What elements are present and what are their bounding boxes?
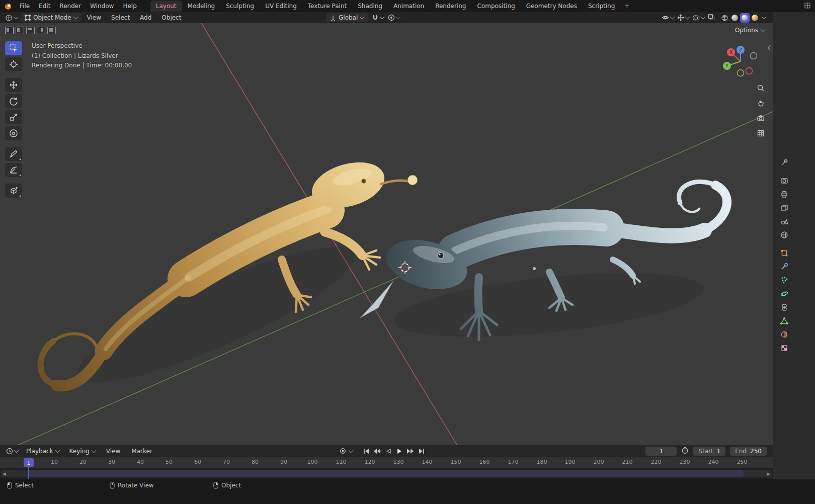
tool-measure[interactable] — [5, 163, 22, 177]
workspace-tab-scripting[interactable]: Scripting — [583, 1, 620, 12]
gizmo-negative-axis[interactable] — [751, 53, 757, 59]
viewport-3d-scene[interactable] — [0, 23, 773, 445]
workspace-tab-sculpting[interactable]: Sculpting — [220, 1, 260, 12]
menu-timeline-marker[interactable]: Marker — [127, 446, 156, 456]
scroll-right-icon[interactable]: ▶ — [767, 471, 770, 476]
properties-tab-physics[interactable] — [778, 288, 791, 299]
menu-view[interactable]: View — [83, 13, 106, 23]
playback-dropdown[interactable]: Playback — [22, 447, 63, 456]
timeline-ruler[interactable]: 10 20 30 40 50 60 70 80 90 100 110 120 1… — [0, 457, 773, 468]
tool-move[interactable] — [5, 78, 22, 92]
end-frame-field[interactable]: End 250 — [730, 447, 767, 456]
proportional-editing-toggle[interactable] — [388, 14, 400, 21]
tool-select-box[interactable] — [5, 41, 22, 55]
workspace-tab-layout[interactable]: Layout — [150, 1, 182, 12]
current-frame-field[interactable]: 1 — [645, 447, 677, 456]
sidebar-toggle-arrow[interactable] — [767, 44, 772, 53]
properties-tab-scene[interactable] — [778, 216, 791, 227]
gold-lizard-model[interactable] — [40, 154, 418, 404]
menu-file[interactable]: File — [15, 1, 34, 11]
shading-solid-button[interactable] — [730, 13, 740, 23]
workspace-tab-animation[interactable]: Animation — [388, 1, 430, 12]
menu-window[interactable]: Window — [86, 1, 118, 11]
tool-cursor[interactable] — [5, 57, 22, 71]
workspace-tab-texture-paint[interactable]: Texture Paint — [302, 1, 352, 12]
silver-lizard-model[interactable] — [360, 182, 727, 349]
gizmo-negative-x[interactable] — [746, 68, 753, 74]
workspace-tab-rendering[interactable]: Rendering — [430, 1, 471, 12]
menu-edit[interactable]: Edit — [34, 1, 55, 11]
menu-object[interactable]: Object — [157, 13, 186, 23]
tool-rotate[interactable] — [5, 94, 22, 108]
properties-tab-object-data[interactable] — [778, 315, 791, 326]
options-dropdown[interactable]: Options — [735, 27, 765, 34]
editor-layout-icon-2[interactable] — [16, 27, 24, 34]
previous-keyframe-button[interactable] — [372, 447, 382, 455]
properties-tab-modifiers[interactable] — [778, 261, 791, 272]
workspace-tab-modeling[interactable]: Modeling — [182, 1, 221, 12]
use-preview-range-icon[interactable] — [681, 447, 689, 456]
3d-viewport[interactable]: User Perspective (1) Collection | Lizard… — [0, 23, 773, 445]
jump-to-start-button[interactable] — [361, 447, 371, 455]
properties-tab-tool[interactable] — [778, 157, 791, 168]
properties-tab-texture[interactable] — [778, 343, 791, 354]
jump-to-end-button[interactable] — [417, 447, 426, 455]
properties-tab-render[interactable] — [778, 175, 791, 186]
workspace-tab-shading[interactable]: Shading — [352, 1, 388, 12]
add-workspace-button[interactable]: + — [620, 2, 633, 11]
camera-view-icon[interactable] — [755, 113, 766, 124]
menu-timeline-view[interactable]: View — [102, 446, 125, 456]
menu-help[interactable]: Help — [118, 1, 141, 11]
shading-rendered-button[interactable] — [750, 13, 760, 23]
properties-tab-material[interactable] — [778, 329, 791, 340]
auto-keying-toggle[interactable] — [338, 447, 348, 455]
tool-scale[interactable] — [5, 110, 22, 124]
editor-layout-icon-4[interactable] — [37, 27, 45, 34]
visibility-dropdown[interactable] — [662, 15, 674, 21]
navigation-gizmo[interactable]: Z X Y — [721, 42, 761, 81]
properties-tab-view-layer[interactable] — [778, 202, 791, 213]
workspace-tab-compositing[interactable]: Compositing — [471, 1, 520, 12]
properties-tab-object[interactable] — [778, 247, 791, 259]
gizmo-negative-y[interactable] — [738, 70, 744, 76]
zoom-icon[interactable] — [755, 82, 766, 94]
chevron-down-icon — [685, 15, 690, 20]
play-reverse-button[interactable] — [383, 447, 393, 455]
editor-layout-icon-5[interactable] — [47, 27, 56, 34]
editor-type-selector[interactable] — [3, 14, 20, 22]
editor-layout-icon-3[interactable] — [26, 27, 35, 34]
pan-hand-icon[interactable] — [755, 98, 766, 109]
timeline-track[interactable]: ◀ ▶ — [0, 468, 773, 479]
shading-wireframe-button[interactable] — [720, 13, 729, 23]
properties-tab-particles[interactable] — [778, 275, 791, 286]
snap-toggle[interactable] — [372, 14, 384, 21]
next-keyframe-button[interactable] — [405, 447, 415, 455]
status-grid-icon[interactable] — [804, 2, 811, 11]
workspace-tab-uv-editing[interactable]: UV Editing — [260, 1, 302, 12]
xray-toggle[interactable] — [708, 14, 715, 22]
subtool-indicator — [19, 195, 21, 197]
menu-add[interactable]: Add — [135, 13, 156, 23]
play-button[interactable] — [394, 447, 404, 455]
menu-render[interactable]: Render — [55, 1, 86, 11]
timeline-editor-type-selector[interactable] — [4, 448, 20, 455]
gizmos-dropdown[interactable] — [677, 14, 689, 21]
tool-transform[interactable] — [5, 126, 22, 140]
blender-logo-icon[interactable] — [4, 2, 12, 10]
overlays-dropdown[interactable] — [692, 15, 705, 21]
keying-dropdown[interactable]: Keying — [65, 447, 100, 456]
scroll-left-icon[interactable]: ◀ — [3, 471, 6, 476]
shading-material-preview-button[interactable] — [740, 13, 750, 23]
workspace-tab-geometry-nodes[interactable]: Geometry Nodes — [521, 1, 583, 12]
transform-orientation-dropdown[interactable]: Global — [326, 13, 368, 22]
tool-add-cube[interactable] — [5, 184, 22, 198]
tool-annotate[interactable] — [5, 147, 22, 161]
properties-tab-constraints[interactable] — [778, 302, 791, 313]
menu-select[interactable]: Select — [107, 13, 134, 23]
properties-tab-output[interactable] — [778, 189, 791, 200]
editor-layout-icon-1[interactable] — [5, 27, 14, 34]
mode-dropdown[interactable]: Object Mode — [21, 13, 82, 22]
properties-tab-world[interactable] — [778, 229, 791, 240]
toggle-ortho-icon[interactable] — [755, 128, 766, 139]
start-frame-field[interactable]: Start 1 — [693, 447, 725, 456]
